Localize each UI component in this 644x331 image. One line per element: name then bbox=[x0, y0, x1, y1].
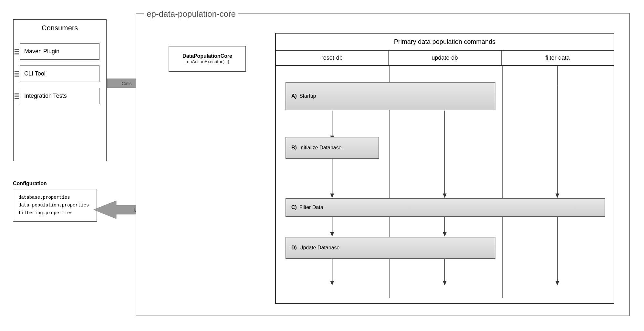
dpc-method: runActionExecutor(...) bbox=[185, 59, 229, 64]
svg-marker-13 bbox=[330, 194, 334, 198]
step-b-box: B) Initialize Database bbox=[286, 137, 379, 159]
svg-marker-23 bbox=[556, 281, 559, 286]
step-c-label: C) bbox=[291, 205, 297, 210]
config-prop-2: data-population.properties bbox=[18, 202, 91, 209]
dpc-box: DataPopulationCore runActionExecutor(...… bbox=[169, 46, 246, 72]
primary-commands-box: Primary data population commands reset-d… bbox=[275, 33, 614, 304]
steps-area: A) Startup B) Initialize Database C) Fil… bbox=[276, 66, 614, 298]
col-header-update-db: update-db bbox=[389, 51, 501, 65]
config-prop-1: database.properties bbox=[18, 194, 91, 202]
core-title: ep-data-population-core bbox=[144, 9, 238, 19]
svg-marker-17 bbox=[443, 232, 447, 236]
col-header-reset-db: reset-db bbox=[276, 51, 389, 65]
step-d-label: D) bbox=[291, 245, 297, 251]
svg-text:Calls: Calls bbox=[121, 81, 131, 86]
dpc-class-name: DataPopulationCore bbox=[182, 53, 232, 59]
step-a-name: Startup bbox=[299, 93, 316, 99]
consumer-item-cli: CLI Tool bbox=[20, 65, 99, 82]
consumer-item-integration: Integration Tests bbox=[20, 88, 99, 104]
primary-commands-title: Primary data population commands bbox=[276, 34, 614, 51]
svg-marker-21 bbox=[443, 281, 447, 286]
step-d-box: D) Update Database bbox=[286, 237, 495, 259]
col-divider-2 bbox=[502, 66, 503, 298]
step-a-box: A) Startup bbox=[286, 82, 495, 110]
config-prop-3: filtering.properties bbox=[18, 209, 91, 217]
config-box: database.properties data-population.prop… bbox=[13, 189, 97, 222]
col-header-filter-data: filter-data bbox=[502, 51, 614, 65]
step-b-label: B) bbox=[291, 145, 297, 151]
step-a-label: A) bbox=[291, 93, 297, 99]
column-headers: reset-db update-db filter-data bbox=[276, 51, 614, 66]
config-title: Configuration bbox=[13, 181, 97, 186]
svg-marker-19 bbox=[330, 281, 334, 286]
svg-marker-11 bbox=[556, 194, 559, 198]
configuration-section: Configuration database.properties data-p… bbox=[13, 181, 97, 222]
connector-maven bbox=[15, 49, 19, 54]
step-d-name: Update Database bbox=[299, 245, 340, 251]
step-c-box: C) Filter Data bbox=[286, 198, 605, 217]
step-c-name: Filter Data bbox=[299, 205, 323, 210]
consumers-box: Consumers Maven Plugin CLI Tool bbox=[13, 19, 107, 161]
maven-plugin-label: Maven Plugin bbox=[24, 48, 59, 55]
cli-tool-label: CLI Tool bbox=[24, 70, 46, 77]
consumer-item-maven: Maven Plugin bbox=[20, 43, 99, 60]
consumers-title: Consumers bbox=[14, 20, 106, 37]
connector-integration bbox=[15, 93, 19, 99]
svg-marker-9 bbox=[443, 194, 447, 198]
connector-cli bbox=[15, 71, 19, 76]
svg-marker-15 bbox=[330, 232, 334, 236]
core-box: ep-data-population-core DataPopulationCo… bbox=[136, 13, 630, 316]
step-b-name: Initialize Database bbox=[299, 145, 342, 151]
diagram-container: Consumers Maven Plugin CLI Tool bbox=[0, 0, 644, 331]
integration-tests-label: Integration Tests bbox=[24, 93, 67, 99]
